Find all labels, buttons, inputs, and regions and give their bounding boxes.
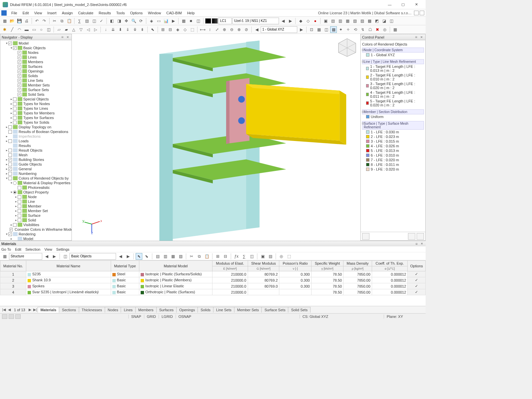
e7-icon[interactable]: ⟲ (352, 26, 359, 33)
tree-node[interactable]: Surfaces (0, 64, 71, 69)
d7-icon[interactable]: ⊘ (243, 26, 250, 33)
e8-icon[interactable]: ↯ (359, 26, 366, 33)
materials-pin-icon[interactable]: ⧇ (414, 241, 419, 246)
tree-node[interactable]: Line Sets (0, 78, 71, 83)
cs-next-icon[interactable]: ▶ (298, 26, 305, 33)
tree-node[interactable]: ▸Display Topology on (0, 125, 71, 129)
tree-node[interactable]: Mesh (0, 153, 71, 157)
table-icon[interactable]: ▤ (83, 18, 90, 24)
wf-icon[interactable]: ▦ (180, 18, 187, 24)
cs-prev-icon[interactable]: ◀ (253, 26, 260, 33)
mt-e-icon[interactable]: ✂ (188, 253, 195, 260)
next-lc-icon[interactable]: ▶ (287, 18, 294, 24)
t1d-icon[interactable]: ▣ (322, 18, 329, 24)
coord-system-dropdown[interactable]: 1 - Global XYZ (261, 26, 297, 33)
tree-node[interactable]: ▸Numbering (0, 171, 71, 176)
cp-opt1-icon[interactable] (408, 233, 415, 240)
menu-cad-bim[interactable]: CAD-BIM (164, 10, 184, 16)
mat-menu-settings[interactable]: Settings (56, 247, 69, 251)
cp-group-header[interactable]: Line | Type | Line Mesh Refinement (362, 59, 424, 64)
color2-swatch[interactable] (212, 18, 218, 24)
d5-icon[interactable]: ⊖ (228, 26, 235, 33)
e5-icon[interactable]: ✦ (337, 26, 344, 33)
menu-tools[interactable]: Tools (113, 10, 127, 16)
loadcase-dropdown[interactable]: LC1 (218, 18, 232, 24)
iso-icon[interactable]: ◈ (148, 18, 155, 24)
mdi-restore-icon[interactable] (414, 11, 419, 15)
mt-n2-icon[interactable]: ▶ (125, 253, 131, 260)
e10-icon[interactable]: ◎ (381, 26, 388, 33)
tree-node[interactable]: ▾Basic Objects (0, 46, 71, 50)
menu-insert[interactable]: Insert (45, 10, 59, 16)
tab-surface-sets[interactable]: Surface Sets (261, 307, 288, 313)
tab-members[interactable]: Members (135, 307, 157, 313)
tree-node[interactable]: ▸Loads (0, 139, 71, 143)
table-row[interactable]: 1 S235 Steel Isotropic | Plastic (Surfac… (0, 271, 426, 277)
d3-icon[interactable]: ⤢ (214, 26, 220, 33)
tree-node[interactable]: ▸Types for Nodes (0, 101, 71, 106)
cp-close-icon[interactable]: ✕ (419, 35, 424, 40)
g1-icon[interactable]: ⊞ (160, 26, 166, 33)
table-row[interactable]: 2 Shank 10.9 Basic Isotropic | Plastic (… (0, 277, 426, 283)
animate-icon[interactable]: ▶ (170, 18, 177, 24)
tree-node[interactable]: ▸Imperfections (0, 134, 71, 139)
menu-results[interactable]: Results (96, 10, 114, 16)
mt-struct-icon[interactable]: ▦ (1, 253, 8, 260)
tab-lines[interactable]: Lines (121, 307, 135, 313)
menu-file[interactable]: File (9, 10, 20, 16)
lgrid-toggle[interactable]: LGRID (159, 315, 176, 319)
tree-node[interactable]: ▸Node (0, 195, 71, 199)
tree-node[interactable]: ▸Member Set (0, 208, 71, 213)
tab-last-icon[interactable]: ▶| (33, 308, 38, 312)
tree-node[interactable]: Surface Sets (0, 87, 71, 92)
mt-sel1-icon[interactable]: ⬉ (136, 253, 142, 260)
delete-icon[interactable]: ✖ (374, 26, 381, 33)
tree-node[interactable]: ▸Visibilities (0, 222, 71, 227)
tree-node[interactable]: ▾Rendering (0, 232, 71, 236)
view1-icon[interactable]: ◧ (108, 18, 115, 24)
t1m-icon[interactable]: ◫ (388, 18, 395, 24)
mt-m-icon[interactable]: ▤ (267, 253, 274, 260)
d2-icon[interactable]: ↕ (206, 26, 213, 33)
s1-icon[interactable]: ▱ (56, 26, 62, 33)
g2-icon[interactable]: ⊟ (167, 26, 174, 33)
tab-sections[interactable]: Sections (59, 307, 79, 313)
surf-tool-icon[interactable]: ▭ (31, 26, 37, 33)
objects-dropdown[interactable]: Basic Objects (69, 253, 116, 260)
e2-icon[interactable]: ▦ (316, 26, 322, 33)
materials-table[interactable]: Material No. Material Name Material Type… (0, 260, 426, 295)
tab-openings[interactable]: Openings (176, 307, 198, 313)
table-row[interactable]: 4 Svar S235 | Izotropní | Lineárně elast… (0, 289, 426, 295)
e4-icon[interactable]: ▩ (330, 26, 337, 33)
l6-icon[interactable]: ⇟ (139, 26, 146, 33)
tree-node[interactable]: Solid Sets (0, 92, 71, 97)
t1j-icon[interactable]: ▩ (366, 18, 373, 24)
prev-lc-icon[interactable]: ◀ (280, 18, 286, 24)
tree-node[interactable]: ▾Material & Display Properties (0, 181, 71, 185)
node-dropdown[interactable]: Uzel č. 19 | NS1 | KZ1 (232, 18, 279, 24)
view2-icon[interactable]: ◨ (116, 18, 122, 24)
tree-node[interactable]: ▸Guide Objects (0, 162, 71, 167)
tree-node[interactable]: Results (0, 143, 71, 148)
mdi-close-icon[interactable] (420, 11, 424, 15)
xy-icon[interactable]: ▭ (155, 18, 162, 24)
mt-next-icon[interactable]: ▶ (51, 253, 58, 260)
minimize-button[interactable]: — (383, 1, 396, 9)
g5-icon[interactable]: ⬚ (189, 26, 196, 33)
tree-node[interactable]: Solids (0, 73, 71, 78)
solid-icon[interactable]: ■ (188, 18, 194, 24)
cp-list-icon[interactable] (362, 233, 369, 240)
navigator-close-icon[interactable]: ✕ (66, 35, 70, 40)
open-tool-icon[interactable]: ○ (38, 26, 45, 33)
maximize-button[interactable]: ▢ (396, 1, 410, 9)
t1b-icon[interactable]: ◇ (305, 18, 311, 24)
tree-node[interactable]: ▸General (0, 167, 71, 171)
d6-icon[interactable]: ⊗ (236, 26, 242, 33)
tree-node[interactable]: ▸Building Stories (0, 157, 71, 162)
mt-o-icon[interactable]: ⬚ (286, 253, 292, 260)
tree-node[interactable]: ▾Colors of Rendered Objects by (0, 176, 71, 181)
cp-group-header[interactable]: Member | Section Distribution (362, 109, 424, 114)
s3-icon[interactable]: △ (70, 26, 77, 33)
app-menu-icon[interactable] (1, 10, 7, 16)
cut-icon[interactable]: ✂ (51, 18, 58, 24)
